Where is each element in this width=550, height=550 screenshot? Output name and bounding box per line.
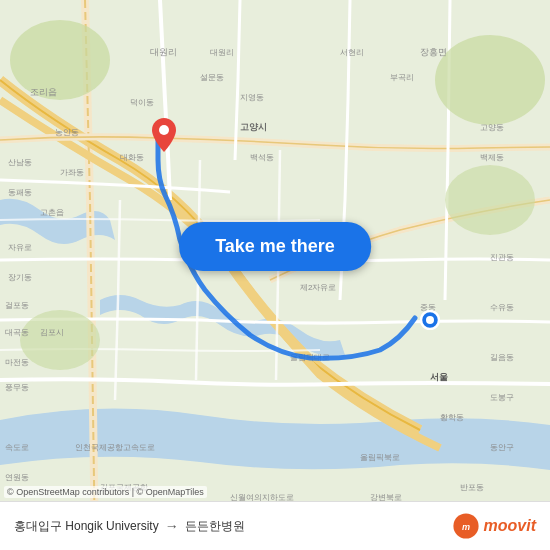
svg-text:백석동: 백석동 — [250, 153, 274, 162]
svg-text:진관동: 진관동 — [490, 253, 514, 262]
route-arrow-icon: → — [165, 518, 179, 534]
svg-text:장기동: 장기동 — [8, 273, 32, 282]
svg-point-2 — [435, 35, 545, 125]
svg-text:대원리: 대원리 — [150, 47, 177, 57]
svg-text:가좌동: 가좌동 — [60, 168, 84, 177]
svg-text:m: m — [462, 522, 470, 532]
svg-text:마전동: 마전동 — [5, 358, 29, 367]
svg-text:장흥면: 장흥면 — [420, 47, 447, 57]
svg-text:서현리: 서현리 — [340, 48, 364, 57]
svg-text:대화동: 대화동 — [120, 153, 144, 162]
svg-text:올림픽북로: 올림픽북로 — [360, 453, 400, 462]
origin-pin — [152, 118, 176, 156]
svg-text:속도로: 속도로 — [5, 443, 29, 452]
svg-text:동패동: 동패동 — [8, 188, 32, 197]
svg-point-51 — [159, 125, 169, 135]
moovit-logo-text: moovit — [484, 517, 536, 535]
svg-point-3 — [445, 165, 535, 235]
svg-text:부곡리: 부곡리 — [390, 73, 414, 82]
take-me-there-button[interactable]: Take me there — [179, 222, 371, 271]
svg-text:인천국제공항고속도로: 인천국제공항고속도로 — [75, 443, 155, 452]
svg-text:대원리: 대원리 — [210, 48, 234, 57]
svg-text:제2자유로: 제2자유로 — [300, 283, 336, 292]
route-destination: 든든한병원 — [185, 518, 245, 535]
svg-text:산남동: 산남동 — [8, 158, 32, 167]
svg-text:동안구: 동안구 — [490, 443, 514, 452]
svg-text:자유로: 자유로 — [8, 243, 32, 252]
route-origin: 홍대입구 Hongik University — [14, 518, 159, 535]
svg-text:농안동: 농안동 — [55, 128, 79, 137]
svg-text:도봉구: 도봉구 — [490, 393, 514, 402]
svg-text:설문동: 설문동 — [200, 73, 224, 82]
svg-point-53 — [426, 316, 434, 324]
svg-text:서울: 서울 — [430, 372, 448, 382]
svg-text:백제동: 백제동 — [480, 153, 504, 162]
bottom-bar: 홍대입구 Hongik University → 든든한병원 m moovit — [0, 501, 550, 550]
svg-text:김포시: 김포시 — [40, 328, 64, 337]
svg-text:고촌읍: 고촌읍 — [40, 208, 64, 217]
svg-text:조리읍: 조리읍 — [30, 87, 57, 97]
svg-text:올림픽대로: 올림픽대로 — [290, 353, 330, 362]
svg-text:황학동: 황학동 — [440, 413, 464, 422]
svg-text:풍무동: 풍무동 — [5, 383, 29, 392]
map-container: 조리읍 대원리 농안동 덕이동 가좌동 대화동 고촌읍 산남동 동패동 자유로 … — [0, 0, 550, 550]
svg-point-4 — [20, 310, 100, 370]
svg-text:반포동: 반포동 — [460, 483, 484, 492]
moovit-logo: m moovit — [452, 512, 536, 540]
svg-point-1 — [10, 20, 110, 100]
svg-text:연원동: 연원동 — [5, 473, 29, 482]
svg-text:대곡동: 대곡동 — [5, 328, 29, 337]
svg-text:걸포동: 걸포동 — [5, 301, 29, 310]
svg-text:덕이동: 덕이동 — [130, 98, 154, 107]
route-info: 홍대입구 Hongik University → 든든한병원 — [14, 518, 452, 535]
svg-text:길음동: 길음동 — [490, 353, 514, 362]
svg-text:고양시: 고양시 — [240, 122, 267, 132]
svg-text:수유동: 수유동 — [490, 303, 514, 312]
svg-text:고양동: 고양동 — [480, 123, 504, 132]
destination-pin — [420, 310, 440, 334]
svg-text:지영동: 지영동 — [240, 93, 264, 102]
map-attribution: © OpenStreetMap contributors | © OpenMap… — [4, 486, 207, 498]
moovit-logo-icon: m — [452, 512, 480, 540]
